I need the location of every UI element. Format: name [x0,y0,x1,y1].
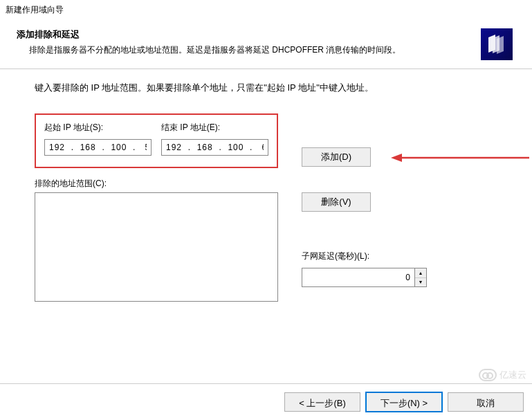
excluded-ranges-label: 排除的地址范围(C): [35,178,497,190]
watermark: 亿速云 [479,369,526,381]
next-button[interactable]: 下一步(N) > [366,392,442,412]
wizard-header-title: 添加排除和延迟 [17,28,481,41]
delay-stepper: ▲ ▼ [415,268,427,287]
watermark-text: 亿速云 [499,369,526,381]
delay-step-down[interactable]: ▼ [415,278,426,287]
back-button[interactable]: < 上一步(B) [284,392,360,412]
remove-button[interactable]: 删除(V) [302,192,371,212]
wizard-header-icon [481,28,513,60]
subnet-delay-label: 子网延迟(毫秒)(L): [302,250,374,262]
wizard-header: 添加排除和延迟 排除是指服务器不分配的地址或地址范围。延迟是指服务器将延迟 DH… [0,20,532,69]
cancel-button[interactable]: 取消 [448,392,524,412]
wizard-body: 键入要排除的 IP 地址范围。如果要排除单个地址，只需在"起始 IP 地址"中键… [0,69,532,302]
start-ip-label: 起始 IP 地址(S): [44,122,152,134]
instruction-text: 键入要排除的 IP 地址范围。如果要排除单个地址，只需在"起始 IP 地址"中键… [35,82,497,94]
ip-input-highlight: 起始 IP 地址(S): 结束 IP 地址(E): [35,113,278,168]
start-ip-input[interactable] [44,139,152,156]
add-button[interactable]: 添加(D) [302,147,371,167]
wizard-footer: < 上一步(B) 下一步(N) > 取消 [0,383,532,412]
end-ip-label: 结束 IP 地址(E): [161,122,268,134]
annotation-arrow-icon [391,151,529,165]
delay-step-up[interactable]: ▲ [415,268,426,278]
end-ip-input[interactable] [161,139,268,156]
wizard-header-description: 排除是指服务器不分配的地址或地址范围。延迟是指服务器将延迟 DHCPOFFER … [29,44,481,57]
excluded-ranges-listbox[interactable] [35,192,278,302]
svg-marker-1 [391,154,402,162]
watermark-icon [479,369,497,381]
window-title: 新建作用域向导 [0,0,532,20]
subnet-delay-input[interactable] [302,268,415,287]
